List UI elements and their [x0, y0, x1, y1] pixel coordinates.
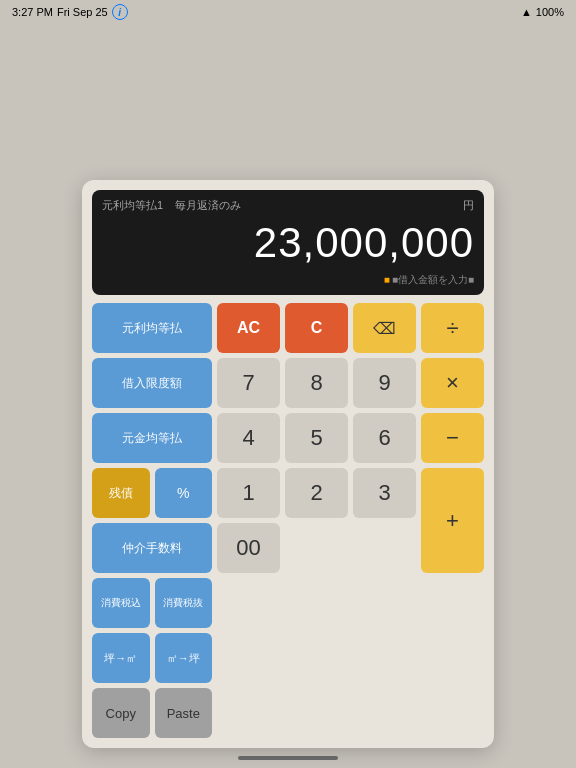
display-number: 23,000,000	[102, 219, 474, 267]
btn-add[interactable]: +	[421, 468, 484, 573]
btn-tsubo-to-m2[interactable]: 坪→㎡	[92, 633, 150, 683]
btn-sub[interactable]: −	[421, 413, 484, 463]
left-row-4: 残債 %	[92, 468, 212, 518]
left-row-8: Copy Paste	[92, 688, 212, 738]
left-row-2: 借入限度額	[92, 358, 212, 408]
status-time: 3:27 PM	[12, 6, 53, 18]
btn-ac[interactable]: AC	[217, 303, 280, 353]
display-currency: 円	[463, 198, 474, 213]
btn-shohi-komi[interactable]: 消費税込	[92, 578, 150, 628]
left-row-3: 元金均等払	[92, 413, 212, 463]
btn-gankin-kinto[interactable]: 元金均等払	[92, 413, 212, 463]
btn-c[interactable]: C	[285, 303, 348, 353]
btn-copy[interactable]: Copy	[92, 688, 150, 738]
btn-kariire-gendo[interactable]: 借入限度額	[92, 358, 212, 408]
btn-2[interactable]: 2	[285, 468, 348, 518]
btn-4[interactable]: 4	[217, 413, 280, 463]
btn-5[interactable]: 5	[285, 413, 348, 463]
display-top-row: 元利均等払1 毎月返済のみ 円	[102, 198, 474, 213]
btn-div[interactable]: ÷	[421, 303, 484, 353]
btn-8[interactable]: 8	[285, 358, 348, 408]
btn-3[interactable]: 3	[353, 468, 416, 518]
left-row-6: 消費税込 消費税抜	[92, 578, 212, 628]
btn-zansai[interactable]: 残債	[92, 468, 150, 518]
btn-percent[interactable]: %	[155, 468, 213, 518]
btn-shohi-nuki[interactable]: 消費税抜	[155, 578, 213, 628]
status-right: ▲ 100%	[521, 6, 564, 18]
status-left: 3:27 PM Fri Sep 25 i	[12, 4, 128, 20]
wifi-icon: ▲	[521, 6, 532, 18]
status-bar: 3:27 PM Fri Sep 25 i ▲ 100%	[0, 0, 576, 24]
left-panel: 元利均等払 借入限度額 元金均等払 残債 % 仲介手数料 消費税込 消費税抜	[92, 303, 212, 738]
display-mode: 元利均等払1 毎月返済のみ	[102, 198, 241, 213]
btn-chukai-tesuryo[interactable]: 仲介手数料	[92, 523, 212, 573]
home-indicator	[238, 756, 338, 760]
left-row-7: 坪→㎡ ㎡→坪	[92, 633, 212, 683]
info-icon[interactable]: i	[112, 4, 128, 20]
btn-del[interactable]: ⌫	[353, 303, 416, 353]
btn-ganri-kintobarai[interactable]: 元利均等払	[92, 303, 212, 353]
display-hint: ■■借入金額を入力■	[102, 273, 474, 287]
btn-7[interactable]: 7	[217, 358, 280, 408]
status-day: Fri Sep 25	[57, 6, 108, 18]
battery-text: 100%	[536, 6, 564, 18]
left-row-5: 仲介手数料	[92, 523, 212, 573]
btn-m2-to-tsubo[interactable]: ㎡→坪	[155, 633, 213, 683]
btn-6[interactable]: 6	[353, 413, 416, 463]
btn-paste[interactable]: Paste	[155, 688, 213, 738]
calculator: 元利均等払1 毎月返済のみ 円 23,000,000 ■■借入金額を入力■ 元利…	[82, 180, 494, 748]
right-panel: AC C ⌫ ÷ 7 8 9 × 4 5 6 − 1 2 3 + 00 Ente…	[217, 303, 484, 738]
btn-9[interactable]: 9	[353, 358, 416, 408]
btn-1[interactable]: 1	[217, 468, 280, 518]
display-area: 元利均等払1 毎月返済のみ 円 23,000,000 ■■借入金額を入力■	[92, 190, 484, 295]
btn-00[interactable]: 00	[217, 523, 280, 573]
calc-body: 元利均等払 借入限度額 元金均等払 残債 % 仲介手数料 消費税込 消費税抜	[92, 303, 484, 738]
left-row-1: 元利均等払	[92, 303, 212, 353]
btn-mul[interactable]: ×	[421, 358, 484, 408]
